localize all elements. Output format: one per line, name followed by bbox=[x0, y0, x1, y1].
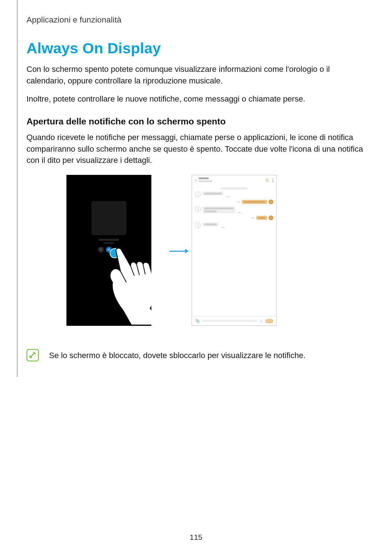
content: Always On Display Con lo schermo spento … bbox=[26, 40, 368, 361]
dark-text-line-2 bbox=[103, 242, 114, 244]
outgoing-bubble bbox=[256, 216, 267, 220]
read-indicator: ✓ bbox=[269, 216, 273, 220]
dark-info-card bbox=[91, 201, 126, 235]
back-icon: ‹ bbox=[195, 178, 196, 183]
contact-avatar: J bbox=[195, 192, 201, 197]
contact-avatar: J bbox=[195, 206, 201, 212]
page-number: 115 bbox=[0, 533, 392, 542]
send-button bbox=[265, 319, 273, 323]
message-input-placeholder bbox=[202, 320, 257, 322]
arrow-icon bbox=[170, 249, 189, 253]
main-heading: Always On Display bbox=[26, 40, 368, 57]
chat-input-bar: 📎 ☺ bbox=[192, 316, 276, 325]
note: Se lo schermo è bloccato, dovete sblocca… bbox=[26, 349, 368, 361]
chat-date-label bbox=[221, 188, 248, 189]
timestamp bbox=[226, 196, 230, 197]
incoming-message-row: J bbox=[195, 206, 273, 213]
figure: ✕ ✉ ✎ bbox=[26, 175, 368, 338]
alarm-icon: ✕ bbox=[98, 247, 104, 253]
page: Applicazioni e funzionalità Always On Di… bbox=[0, 0, 392, 554]
incoming-message-row: J bbox=[195, 192, 273, 197]
phone-chat-screen: ‹ ✆ J bbox=[192, 175, 277, 326]
timestamp bbox=[237, 201, 240, 203]
contact-avatar: J bbox=[195, 222, 201, 228]
outgoing-bubble bbox=[242, 200, 267, 204]
attach-icon: 📎 bbox=[195, 319, 200, 323]
note-icon bbox=[26, 349, 39, 361]
paragraph-1: Con lo schermo spento potete comunque vi… bbox=[26, 63, 368, 87]
incoming-bubble bbox=[203, 206, 235, 213]
timestamp bbox=[221, 227, 225, 228]
incoming-bubble bbox=[203, 222, 219, 226]
outgoing-message-row: ✓ bbox=[195, 200, 273, 204]
margin-rule bbox=[0, 0, 17, 377]
chat-title bbox=[199, 177, 266, 183]
timestamp bbox=[238, 212, 241, 213]
dark-text-line bbox=[99, 239, 119, 241]
paragraph-2: Inoltre, potete controllare le nuove not… bbox=[26, 93, 368, 105]
chat-body: J ✓ J bbox=[192, 185, 276, 316]
incoming-bubble bbox=[203, 192, 224, 196]
chat-header: ‹ ✆ bbox=[192, 175, 276, 185]
chat-header-icons: ✆ bbox=[266, 178, 274, 183]
read-indicator: ✓ bbox=[269, 200, 273, 204]
hand-illustration bbox=[108, 247, 151, 325]
outgoing-message-row: ✓ bbox=[195, 216, 273, 220]
emoji-icon: ☺ bbox=[259, 319, 263, 323]
running-head: Applicazioni e funzionalità bbox=[26, 15, 122, 25]
phone-dark-screen: ✕ ✉ ✎ bbox=[66, 175, 151, 326]
more-icon bbox=[273, 178, 274, 182]
incoming-message-row: J bbox=[195, 222, 273, 228]
paragraph-3: Quando ricevete le notifiche per messagg… bbox=[26, 132, 368, 167]
timestamp bbox=[251, 217, 255, 219]
tap-highlight bbox=[110, 248, 120, 258]
call-icon: ✆ bbox=[266, 178, 269, 183]
note-text: Se lo schermo è bloccato, dovete sblocca… bbox=[49, 349, 306, 361]
sub-heading: Apertura delle notifiche con lo schermo … bbox=[26, 116, 368, 127]
